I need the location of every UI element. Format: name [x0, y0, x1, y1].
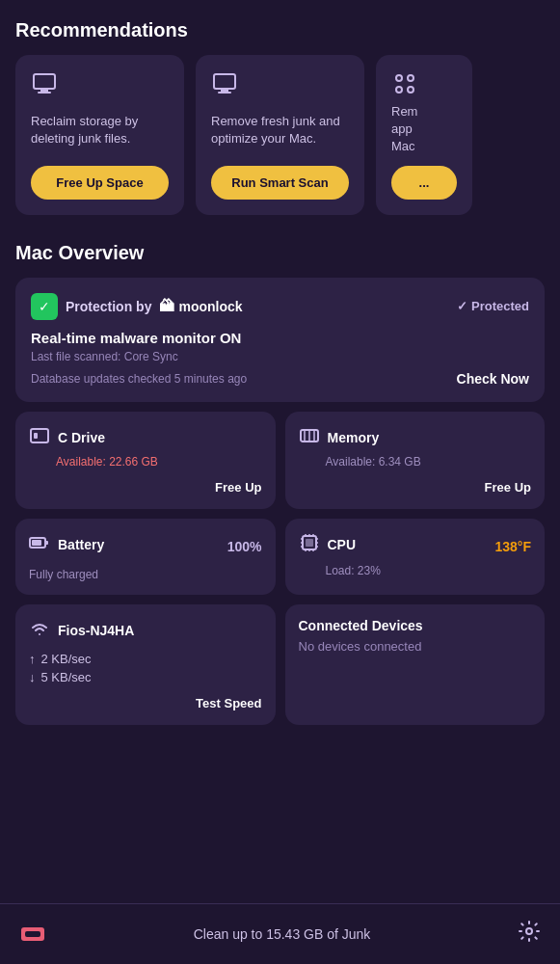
- svg-point-9: [408, 87, 413, 93]
- c-drive-card: C Drive Available: 22.66 GB Free Up: [15, 412, 276, 509]
- svg-rect-1: [40, 89, 48, 92]
- c-drive-action-area: Free Up: [29, 478, 262, 495]
- free-up-space-button[interactable]: Free Up Space: [31, 166, 169, 200]
- battery-percentage: 100%: [227, 539, 262, 554]
- cpu-row: CPU 138°F: [299, 532, 532, 562]
- c-drive-free-up-button[interactable]: Free Up: [215, 480, 261, 495]
- wifi-upload-value: 2 KB/sec: [41, 652, 92, 666]
- protection-realtime: Real-time malware monitor ON: [31, 330, 529, 346]
- no-devices-text: No devices connected: [299, 639, 532, 654]
- cpu-card: CPU 138°F Load: 23%: [285, 519, 546, 595]
- recommendations-scroll: Reclaim storage by deleting junk files. …: [15, 55, 545, 215]
- protection-by-label: Protection by: [66, 299, 151, 314]
- svg-rect-5: [218, 92, 231, 94]
- memory-free-up-button[interactable]: Free Up: [485, 480, 531, 495]
- wifi-action-area: Test Speed: [29, 694, 262, 711]
- svg-rect-34: [25, 931, 40, 937]
- battery-card: Battery 100% Fully charged: [15, 519, 276, 595]
- wifi-devices-grid: Fios-NJ4HA ↑ 2 KB/sec ↓ 5 KB/sec Test Sp…: [15, 604, 545, 725]
- recommendations-title: Recommendations: [15, 19, 545, 41]
- apps-icon: [391, 70, 457, 103]
- svg-point-6: [396, 75, 402, 81]
- wifi-icon: [29, 618, 50, 644]
- wifi-card: Fios-NJ4HA ↑ 2 KB/sec ↓ 5 KB/sec Test Sp…: [15, 604, 276, 725]
- wifi-header: Fios-NJ4HA: [29, 618, 262, 644]
- wifi-download-value: 5 KB/sec: [41, 670, 92, 684]
- protection-header: ✓ Protection by 🏔 moonlock ✓ Protected: [31, 293, 529, 320]
- svg-rect-20: [306, 539, 313, 547]
- cpu-temp: 138°F: [494, 539, 531, 554]
- partial-button[interactable]: ...: [391, 166, 457, 200]
- wifi-upload: ↑ 2 KB/sec: [29, 652, 262, 666]
- wifi-download: ↓ 5 KB/sec: [29, 670, 262, 684]
- c-drive-title: C Drive: [58, 430, 105, 445]
- test-speed-button[interactable]: Test Speed: [196, 696, 261, 710]
- rec-card-partial-text: RemappMac: [391, 103, 457, 156]
- moonlock-logo: 🏔 moonlock: [159, 298, 242, 315]
- rec-card-smart-scan: Remove fresh junk and optimize your Mac.…: [196, 55, 364, 215]
- rec-card-partial: RemappMac ...: [376, 55, 472, 215]
- cpu-icon: [299, 532, 320, 558]
- svg-rect-4: [221, 89, 228, 92]
- svg-point-8: [396, 87, 402, 93]
- protection-footer: Database updates checked 5 minutes ago C…: [31, 371, 529, 387]
- battery-status: Fully charged: [29, 568, 262, 581]
- protection-last-scanned: Last file scanned: Core Sync: [31, 350, 529, 363]
- memory-action-area: Free Up: [299, 478, 532, 495]
- battery-icon: [29, 532, 50, 558]
- download-arrow-icon: ↓: [29, 670, 36, 684]
- moonlock-icon: 🏔: [159, 298, 174, 315]
- protected-label: Protected: [471, 299, 529, 313]
- c-drive-available: Available: 22.66 GB: [56, 455, 262, 469]
- svg-rect-2: [38, 92, 51, 94]
- rec-card-free-up-text: Reclaim storage by deleting junk files.: [31, 113, 169, 156]
- bottom-message: Clean up to 15.43 GB of Junk: [194, 926, 371, 942]
- checkmark-icon: ✓: [457, 299, 467, 313]
- protection-db-update: Database updates checked 5 minutes ago: [31, 372, 247, 386]
- rec-card-free-up: Reclaim storage by deleting junk files. …: [15, 55, 184, 215]
- battery-header: Battery: [29, 532, 104, 558]
- battery-cpu-grid: Battery 100% Fully charged: [15, 519, 545, 595]
- run-smart-scan-button[interactable]: Run Smart Scan: [211, 166, 349, 200]
- svg-rect-18: [45, 541, 48, 545]
- protection-card: ✓ Protection by 🏔 moonlock ✓ Protected R…: [15, 278, 545, 402]
- connected-devices-title: Connected Devices: [299, 618, 532, 633]
- mac-overview-title: Mac Overview: [15, 242, 545, 264]
- upload-arrow-icon: ↑: [29, 652, 36, 666]
- svg-rect-3: [214, 74, 235, 89]
- svg-point-7: [408, 75, 413, 81]
- svg-rect-10: [31, 429, 48, 442]
- battery-title: Battery: [58, 537, 104, 552]
- memory-icon: [299, 425, 320, 451]
- svg-rect-17: [32, 540, 41, 546]
- memory-header: Memory: [299, 425, 532, 451]
- protected-badge: ✓ Protected: [457, 299, 529, 313]
- battery-row: Battery 100%: [29, 532, 262, 562]
- cpu-load: Load: 23%: [326, 564, 532, 577]
- app-icon: [19, 918, 46, 951]
- svg-rect-0: [34, 74, 55, 89]
- bottom-bar: Clean up to 15.43 GB of Junk: [0, 903, 560, 964]
- wifi-title: Fios-NJ4HA: [58, 623, 134, 638]
- svg-rect-11: [34, 433, 38, 439]
- svg-point-35: [526, 928, 532, 934]
- protection-left: ✓ Protection by 🏔 moonlock: [31, 293, 243, 320]
- connected-devices-card: Connected Devices No devices connected: [285, 604, 546, 725]
- memory-available: Available: 6.34 GB: [326, 455, 532, 469]
- monitor-icon: [31, 70, 169, 103]
- c-drive-header: C Drive: [29, 425, 262, 451]
- rec-card-smart-scan-text: Remove fresh junk and optimize your Mac.: [211, 113, 349, 156]
- moonlock-brand: moonlock: [178, 299, 242, 314]
- memory-title: Memory: [328, 430, 380, 445]
- check-now-button[interactable]: Check Now: [457, 371, 529, 387]
- cpu-title: CPU: [328, 537, 357, 552]
- shield-icon: ✓: [31, 293, 58, 320]
- mac-overview-section: Mac Overview ✓ Protection by 🏔 moonlock …: [15, 242, 545, 725]
- monitor-icon-2: [211, 70, 349, 103]
- cpu-header: CPU: [299, 532, 357, 558]
- drive-memory-grid: C Drive Available: 22.66 GB Free Up: [15, 412, 545, 509]
- memory-card: Memory Available: 6.34 GB Free Up: [285, 412, 546, 509]
- drive-icon: [29, 425, 50, 451]
- settings-icon[interactable]: [518, 920, 541, 949]
